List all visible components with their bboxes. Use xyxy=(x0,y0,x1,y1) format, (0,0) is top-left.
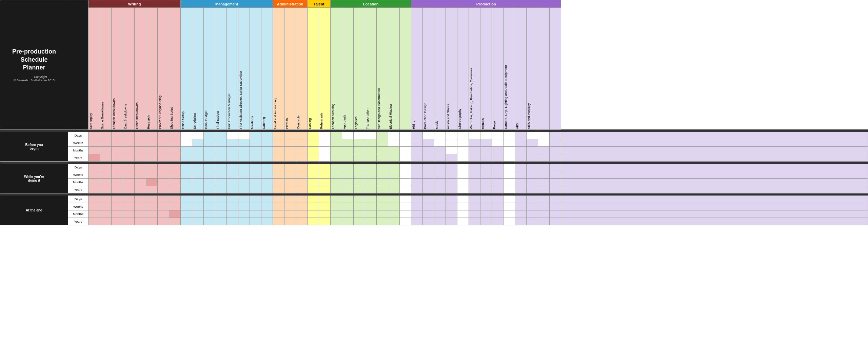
data-cell xyxy=(215,147,227,154)
data-cell xyxy=(365,203,377,210)
data-cell xyxy=(146,196,158,203)
data-cell xyxy=(123,147,135,154)
data-cell xyxy=(308,171,319,179)
data-cell xyxy=(377,186,388,193)
data-cell xyxy=(515,203,527,210)
data-cell xyxy=(250,154,261,162)
data-cell xyxy=(515,154,527,162)
data-cell xyxy=(331,210,342,218)
data-cell xyxy=(146,154,158,162)
data-cell xyxy=(400,179,411,186)
data-cell xyxy=(146,210,158,218)
data-cell xyxy=(112,179,123,186)
data-cell xyxy=(204,164,215,171)
data-cell xyxy=(538,147,550,154)
col-permits: Permits xyxy=(284,8,296,130)
data-cell xyxy=(123,218,135,225)
data-cell xyxy=(365,147,377,154)
data-cell xyxy=(515,164,527,171)
data-cell xyxy=(423,139,434,147)
data-cell xyxy=(238,196,250,203)
data-cell xyxy=(123,164,135,171)
data-cell xyxy=(480,196,492,203)
data-cell xyxy=(158,164,169,171)
data-cell xyxy=(331,147,342,154)
data-cell xyxy=(135,164,146,171)
data-cell xyxy=(100,218,112,225)
data-cell xyxy=(434,164,446,171)
atend-weeks-label: Weeks xyxy=(68,203,88,210)
data-cell xyxy=(261,147,273,154)
planner-table: Pre-productionSchedulePlanner Copyright … xyxy=(0,0,868,225)
writing-header: Writing xyxy=(88,0,181,8)
data-cell xyxy=(169,164,181,171)
data-cell xyxy=(238,218,250,225)
data-cell xyxy=(181,218,192,225)
data-cell xyxy=(215,154,227,162)
data-cell xyxy=(273,196,284,203)
data-cell xyxy=(480,154,492,162)
data-cell xyxy=(480,179,492,186)
data-cell xyxy=(434,147,446,154)
data-cell xyxy=(561,210,868,218)
data-cell xyxy=(377,171,388,179)
data-cell xyxy=(273,147,284,154)
data-cell xyxy=(181,203,192,210)
data-cell xyxy=(123,186,135,193)
col-stills: Stills and Publicity xyxy=(527,8,538,130)
data-cell xyxy=(538,154,550,162)
data-cell xyxy=(273,164,284,171)
data-cell xyxy=(123,139,135,147)
data-cell xyxy=(388,139,400,147)
before-weeks-row: Weeks xyxy=(0,139,868,147)
data-cell xyxy=(515,171,527,179)
data-cell xyxy=(284,210,296,218)
data-cell xyxy=(296,171,308,179)
data-cell xyxy=(123,203,135,210)
data-cell xyxy=(135,179,146,186)
data-cell xyxy=(550,186,561,193)
data-cell xyxy=(538,218,550,225)
data-cell xyxy=(446,132,457,139)
data-cell xyxy=(296,132,308,139)
data-cell xyxy=(388,164,400,171)
data-cell xyxy=(308,154,319,162)
data-cell xyxy=(169,154,181,162)
talent-header: Talent xyxy=(308,0,331,8)
data-cell xyxy=(446,210,457,218)
data-cell xyxy=(527,179,538,186)
col-vfx: VFX xyxy=(515,8,527,130)
data-cell xyxy=(88,132,100,139)
data-cell xyxy=(411,218,423,225)
data-cell xyxy=(261,218,273,225)
column-header-row: Screenplay Scene Breakdowns Location Bre… xyxy=(0,8,868,130)
data-cell xyxy=(238,147,250,154)
data-cell xyxy=(423,171,434,179)
data-cell xyxy=(88,218,100,225)
data-cell xyxy=(250,171,261,179)
data-cell xyxy=(296,147,308,154)
data-cell xyxy=(504,154,515,162)
data-cell xyxy=(354,147,365,154)
data-cell xyxy=(423,154,434,162)
data-cell xyxy=(446,179,457,186)
data-cell xyxy=(192,164,204,171)
data-cell xyxy=(319,218,331,225)
col-camera: Camera, Grip, Lighting and Audio Equipme… xyxy=(504,8,515,130)
data-cell xyxy=(215,210,227,218)
data-cell xyxy=(146,203,158,210)
data-cell xyxy=(434,179,446,186)
data-cell xyxy=(158,154,169,162)
data-cell xyxy=(354,210,365,218)
data-cell xyxy=(457,139,469,147)
data-cell xyxy=(469,203,480,210)
data-cell xyxy=(527,171,538,179)
data-cell xyxy=(527,186,538,193)
data-cell xyxy=(388,171,400,179)
data-cell xyxy=(365,139,377,147)
data-cell xyxy=(146,139,158,147)
data-cell xyxy=(480,203,492,210)
col-catering: Catering xyxy=(261,8,273,130)
data-cell xyxy=(238,164,250,171)
col-location-scouting: Location Scouting xyxy=(331,8,342,130)
